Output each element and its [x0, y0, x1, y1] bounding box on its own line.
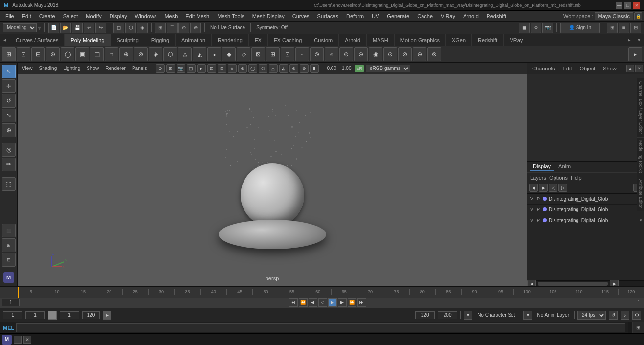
pb-prev-key[interactable]: ⏪ — [299, 298, 308, 307]
menu-redshift[interactable]: Redshift — [483, 12, 510, 20]
tab-poly-modeling[interactable]: Poly Modeling — [65, 34, 111, 46]
workspace-lock[interactable]: 🔒 — [634, 12, 642, 20]
shelf-tool-3[interactable]: ⊟ — [31, 47, 45, 61]
undo-btn[interactable]: ↩ — [84, 23, 94, 33]
move-tool-btn[interactable]: ✛ — [2, 79, 16, 93]
shelf-tool-19[interactable]: ⊞ — [266, 47, 280, 61]
shelf-tool-16[interactable]: ◆ — [222, 47, 236, 61]
open-file-btn[interactable]: 📂 — [60, 23, 71, 33]
mode-dropdown[interactable]: Modeling — [3, 23, 37, 32]
layers-menu[interactable]: Layers — [530, 175, 546, 181]
pb-play-back[interactable]: ◁ — [318, 298, 327, 307]
shelf-tool-7[interactable]: ◫ — [90, 47, 104, 61]
shelf-tool-27[interactable]: ⊙ — [383, 47, 397, 61]
vp-camera-icon[interactable]: ⊙ — [156, 64, 165, 73]
current-frame-input[interactable] — [2, 299, 20, 306]
vp-grid-icon[interactable]: ⊞ — [166, 64, 175, 73]
scroll-thumb[interactable] — [538, 282, 608, 286]
collab-btn[interactable]: ⊞ — [607, 23, 618, 33]
shelf-tool-28[interactable]: ⊘ — [398, 47, 412, 61]
vp-panels-menu[interactable]: Panels — [130, 65, 150, 71]
layer-p-2[interactable]: P — [536, 207, 541, 212]
object-tab[interactable]: Object — [577, 65, 597, 72]
settings-btn-2[interactable]: ⚙ — [632, 311, 641, 320]
command-input[interactable] — [16, 323, 625, 332]
layer-p-3[interactable]: P — [536, 218, 541, 223]
selection-mask-btn[interactable]: ⬚ — [2, 177, 16, 191]
menu-mesh-display[interactable]: Mesh Display — [249, 12, 288, 20]
tabs-left-arrow[interactable]: ◂ — [0, 34, 10, 46]
shelf-tool-6[interactable]: ▣ — [75, 47, 89, 61]
frame-input-1[interactable] — [3, 311, 22, 319]
vp-tool10[interactable]: ⊛ — [300, 64, 309, 73]
menu-curves[interactable]: Curves — [289, 12, 313, 20]
workspace-value[interactable]: Maya Classic — [595, 12, 633, 20]
shelf-tool-11[interactable]: ◈ — [149, 47, 162, 61]
shelf-tool-23[interactable]: ⌾ — [325, 47, 338, 61]
menu-mesh-tools[interactable]: Mesh Tools — [214, 12, 247, 20]
layer-row-3[interactable]: V P Disintegrating_Digital_Glob ▾ — [527, 215, 644, 226]
shelf-tool-26[interactable]: ◉ — [369, 47, 382, 61]
layer-p-1[interactable]: P — [536, 196, 541, 201]
vp-tool3[interactable]: ◈ — [228, 64, 237, 73]
layer-v-1[interactable]: V — [529, 196, 534, 201]
tab-motion-graphics[interactable]: Motion Graphics — [395, 34, 446, 46]
universal-tool-btn[interactable]: ⊕ — [2, 123, 16, 137]
shelf-tool-30[interactable]: ⊗ — [427, 47, 441, 61]
layer-v-3[interactable]: V — [529, 218, 534, 223]
layer-nav-1[interactable]: ◀ — [529, 184, 538, 192]
vp-play-icon[interactable]: ▶ — [197, 64, 206, 73]
settings-btn[interactable]: ⊟ — [630, 23, 641, 33]
menu-file[interactable]: File — [2, 12, 18, 20]
tab-rendering[interactable]: Rendering — [212, 34, 249, 46]
tabs-right-arrow[interactable]: ▸ — [624, 34, 634, 46]
menu-create[interactable]: Create — [36, 12, 59, 20]
fps-select[interactable]: 24 fps — [577, 311, 606, 320]
tab-arnold[interactable]: Arnold — [339, 34, 367, 46]
paint-btn[interactable]: ◈ — [137, 23, 148, 33]
maximize-button[interactable]: □ — [624, 2, 631, 9]
viewport[interactable]: View Shading Lighting Show Renderer Pane… — [18, 63, 527, 286]
maya-m-badge[interactable]: M — [2, 335, 12, 345]
scroll-right-btn[interactable]: ▶ — [610, 280, 619, 287]
view-arrow-1[interactable]: ⊞ — [2, 238, 16, 252]
menu-edit-mesh[interactable]: Edit Mesh — [182, 12, 213, 20]
sign-in-btn[interactable]: 👤 Sign In — [560, 23, 600, 33]
loop-btn[interactable]: ↺ — [609, 311, 618, 320]
menu-modify[interactable]: Modify — [82, 12, 105, 20]
mini-win-2[interactable]: ✕ — [23, 336, 31, 344]
help-menu[interactable]: Help — [571, 175, 582, 181]
vp-renderer-menu[interactable]: Renderer — [103, 65, 128, 71]
vp-tool2[interactable]: ⊟ — [218, 64, 226, 73]
menu-vray[interactable]: V-Ray — [437, 12, 459, 20]
vp-tool1[interactable]: ⊡ — [207, 64, 216, 73]
close-button[interactable]: ✕ — [633, 2, 640, 9]
vp-view-menu[interactable]: View — [20, 65, 35, 71]
select-tool-btn[interactable]: ↖ — [2, 65, 16, 78]
menu-windows[interactable]: Windows — [132, 12, 160, 20]
char-set-arrow[interactable]: ▾ — [464, 311, 472, 320]
mini-win-1[interactable]: — — [14, 336, 22, 344]
tabs-menu[interactable]: ▾ — [634, 34, 644, 46]
tab-animation[interactable]: Animation — [176, 34, 212, 46]
shelf-tool-5[interactable]: ◯ — [61, 47, 74, 61]
frame-input-2[interactable] — [25, 311, 45, 319]
h-scrollbar[interactable]: ◀ ▶ — [527, 280, 644, 286]
layer-row-2[interactable]: V P Disintegrating_Digital_Glob ▾ — [527, 205, 644, 215]
tab-redshift[interactable]: Redshift — [472, 34, 504, 46]
scale-tool-btn[interactable]: ⤡ — [2, 109, 16, 122]
render-btn[interactable]: ◼ — [519, 23, 530, 33]
shelf-scroll-right[interactable]: ▸ — [628, 47, 642, 61]
snap-curve-btn[interactable]: ⌒ — [167, 23, 178, 33]
show-tab[interactable]: Show — [601, 65, 619, 72]
shelf-tool-18[interactable]: ⊠ — [251, 47, 265, 61]
shelf-tool-25[interactable]: ⊝ — [354, 47, 368, 61]
sculpt-btn[interactable]: ✏ — [2, 158, 16, 171]
audio-btn[interactable]: ♪ — [621, 311, 629, 320]
in-point-input[interactable] — [415, 311, 435, 319]
menu-cache[interactable]: Cache — [414, 12, 436, 20]
vp-shading-menu[interactable]: Shading — [37, 65, 60, 71]
cam-btn[interactable]: 📷 — [542, 23, 553, 33]
menu-mesh[interactable]: Mesh — [161, 12, 181, 20]
cmd-end-btn[interactable]: ⊞ — [632, 322, 644, 333]
